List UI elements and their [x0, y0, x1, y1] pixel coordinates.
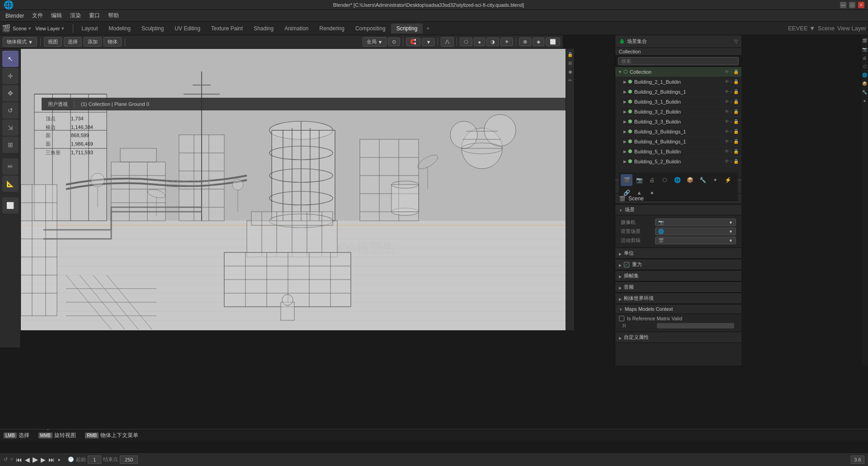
active-clip-dropdown[interactable]: 🎬 ▼ — [655, 237, 736, 244]
outliner-item-3[interactable]: ▶ ⬢ Building_3_2_Buildin 👁 ↕ 🔒 — [615, 107, 741, 117]
step-forward-btn[interactable]: ▶ — [41, 456, 46, 463]
tab-sculpting[interactable]: Sculpting — [136, 24, 169, 33]
object-menu[interactable]: 物体 — [104, 37, 122, 47]
tab-uv-editing[interactable]: UV Editing — [169, 24, 206, 33]
play-btn[interactable]: ▶ — [33, 455, 38, 464]
outliner-filter-btn[interactable]: ▽ — [734, 38, 738, 44]
material-props-btn[interactable]: ● — [646, 187, 658, 199]
panel-scene-btn[interactable]: 🎬 — [861, 37, 868, 44]
maximize-button[interactable]: □ — [849, 2, 855, 8]
panel-world-btn[interactable]: 🌐 — [861, 71, 868, 79]
keyframe-dot-btn[interactable]: ● — [57, 456, 61, 463]
interpolation-btn[interactable]: ▿ — [10, 456, 13, 462]
item-eye-4[interactable]: 👁 — [725, 119, 729, 124]
vrt-annotate[interactable]: ✏ — [566, 76, 574, 84]
skip-to-start-btn[interactable]: ⏮ — [16, 456, 22, 463]
viewport-header-view[interactable]: 用户透视 — [45, 100, 71, 109]
outliner-item-4[interactable]: ▶ ⬢ Building_3_3_Buildin 👁 ↕ 🔒 — [615, 117, 741, 127]
item-hide-5[interactable]: ↕ — [730, 129, 732, 134]
units-section-header[interactable]: 单位 — [615, 247, 741, 259]
cursor-tool[interactable]: ✛ — [2, 68, 19, 84]
rotate-tool[interactable]: ↺ — [2, 102, 19, 119]
physics-props-btn[interactable]: ⚡ — [722, 174, 734, 186]
tab-rendering[interactable]: Rendering — [314, 24, 350, 33]
select-tool[interactable]: ↖ — [2, 51, 19, 67]
item-lock-5[interactable]: 🔒 — [733, 129, 739, 134]
gravity-section-header[interactable]: 重力 — [615, 259, 741, 270]
collection-hide-btn[interactable]: ↕ — [730, 69, 732, 74]
item-hide-4[interactable]: ↕ — [730, 119, 732, 124]
wireframe-toggle[interactable]: ⬡ — [460, 38, 472, 46]
solid-toggle[interactable]: ● — [474, 38, 485, 46]
object-props-btn[interactable]: 📦 — [684, 174, 696, 186]
collection-eye-btn[interactable]: 👁 — [725, 69, 729, 74]
background-dropdown[interactable]: 🌐 ▼ — [655, 228, 736, 235]
collection-lock-btn[interactable]: 🔒 — [733, 69, 739, 74]
maps-section-header[interactable]: Maps Models Context — [615, 304, 741, 314]
item-eye-6[interactable]: 👁 — [725, 139, 729, 144]
item-lock-8[interactable]: 🔒 — [733, 159, 739, 164]
move-tool[interactable]: ✥ — [2, 85, 19, 101]
item-hide-3[interactable]: ↕ — [730, 109, 732, 114]
outliner-item-2[interactable]: ▶ ⬢ Building_3_1_Buildin 👁 ↕ 🔒 — [615, 97, 741, 107]
gravity-checkbox[interactable] — [624, 262, 629, 267]
panel-output-btn[interactable]: 🖨 — [861, 54, 868, 62]
tab-compositing[interactable]: Compositing — [350, 24, 391, 33]
item-lock-0[interactable]: 🔒 — [733, 79, 739, 84]
item-hide-0[interactable]: ↕ — [730, 79, 732, 84]
item-lock-4[interactable]: 🔒 — [733, 119, 739, 124]
item-hide-8[interactable]: ↕ — [730, 159, 732, 164]
modifier-props-btn[interactable]: 🔧 — [697, 174, 708, 186]
keyframes-section-header[interactable]: 插帧集 — [615, 270, 741, 281]
xray-toggle[interactable]: ⬜ — [546, 38, 560, 46]
fps-display[interactable]: 3.6 — [851, 456, 864, 464]
item-eye-7[interactable]: 👁 — [725, 149, 729, 154]
item-lock-6[interactable]: 🔒 — [733, 139, 739, 144]
tab-shading[interactable]: Shading — [248, 24, 279, 33]
vrt-lock[interactable]: 🔒 — [566, 51, 574, 58]
render-props-btn[interactable]: 📷 — [633, 174, 645, 186]
view-menu[interactable]: 视图 — [44, 37, 62, 47]
item-eye-2[interactable]: 👁 — [725, 99, 729, 104]
outliner-item-8[interactable]: ▶ ⬢ Building_5_2_Buildin 👁 ↕ 🔒 — [615, 157, 741, 166]
world-props-btn[interactable]: 🌐 — [671, 174, 683, 186]
scene-section-header[interactable]: 场景 — [615, 204, 741, 215]
item-lock-2[interactable]: 🔒 — [733, 99, 739, 104]
item-eye-1[interactable]: 👁 — [725, 89, 729, 94]
item-eye-3[interactable]: 👁 — [725, 109, 729, 114]
outliner-item-5[interactable]: ▶ ⬢ Building_3_Buildings_1 👁 ↕ 🔒 — [615, 127, 741, 137]
item-eye-8[interactable]: 👁 — [725, 159, 729, 164]
menu-edit[interactable]: 编辑 — [47, 11, 66, 20]
material-toggle[interactable]: ◑ — [486, 38, 499, 46]
outliner-item-7[interactable]: ▶ ⬢ Building_5_1_Buildin 👁 ↕ 🔒 — [615, 147, 741, 157]
panel-view-layer-btn[interactable]: ⬡ — [861, 63, 868, 70]
view-layer-props-btn[interactable]: ⬡ — [659, 174, 670, 186]
proportional-edit[interactable]: ⊙ — [388, 38, 400, 46]
snap-options[interactable]: ▼ — [422, 38, 435, 46]
add-menu[interactable]: 添加 — [84, 37, 102, 47]
3d-viewport[interactable]: CG模型生 CG模型生 用户透视 (1) Collection | Plane … — [21, 49, 566, 330]
global-local-toggle[interactable]: 全局 ▼ — [363, 37, 387, 47]
tab-modeling[interactable]: Modeling — [103, 24, 136, 33]
panel-render-btn[interactable]: 📷 — [861, 46, 868, 53]
rigid-body-section-header[interactable]: 刚体世界环境 — [615, 293, 741, 304]
scene-props-btn[interactable]: 🎬 — [621, 174, 632, 186]
outliner-search-input[interactable] — [618, 57, 739, 65]
outliner-item-1[interactable]: ▶ ⬢ Building_2_Buildings_1 👁 ↕ 🔒 — [615, 87, 741, 97]
tab-scripting[interactable]: Scripting — [391, 24, 423, 33]
vrt-view[interactable]: ◉ — [566, 68, 574, 75]
measure-tool[interactable]: 📐 — [2, 176, 19, 192]
item-hide-6[interactable]: ↕ — [730, 139, 732, 144]
audio-section-header[interactable]: 音频 — [615, 281, 741, 293]
snap-toggle[interactable]: 🧲 — [406, 38, 420, 46]
item-hide-2[interactable]: ↕ — [730, 99, 732, 104]
scale-tool[interactable]: ⇲ — [2, 119, 19, 136]
panel-obj-btn[interactable]: 📦 — [861, 80, 868, 87]
panel-mat-btn[interactable]: ● — [861, 97, 868, 105]
select-menu[interactable]: 选择 — [64, 37, 82, 47]
menu-help[interactable]: 帮助 — [104, 11, 123, 20]
menu-file[interactable]: 文件 — [28, 11, 47, 20]
add-cube-tool[interactable]: ⬜ — [2, 197, 19, 214]
item-hide-7[interactable]: ↕ — [730, 149, 732, 154]
rendered-toggle[interactable]: ☀ — [500, 38, 513, 46]
